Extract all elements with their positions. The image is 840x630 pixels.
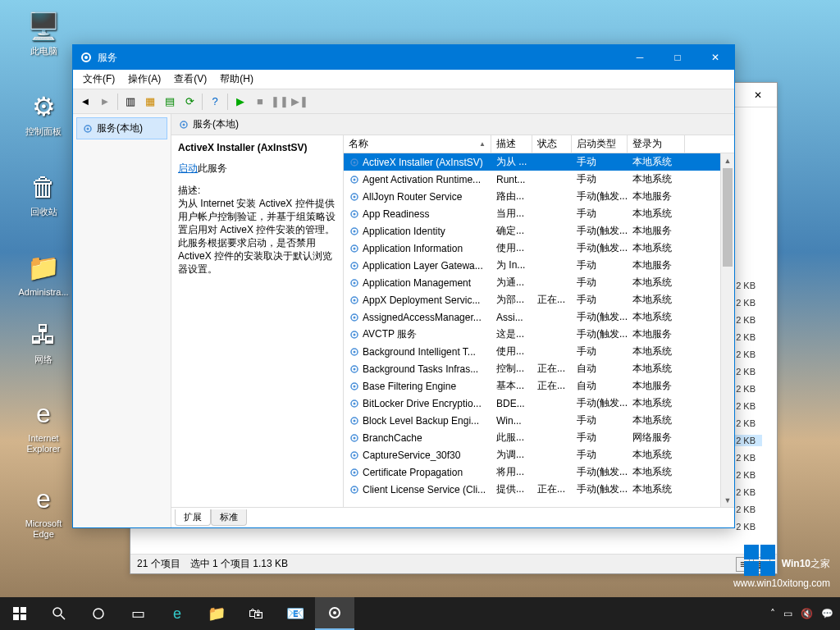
close-button[interactable]: ✕ [696, 45, 734, 70]
svg-point-43 [354, 471, 356, 473]
tray-network-icon[interactable]: ▭ [783, 608, 792, 619]
taskbar-settings[interactable] [315, 597, 354, 630]
service-row[interactable]: AllJoyn Router Service路由...手动(触发...本地服务 [344, 188, 734, 205]
service-row[interactable]: BitLocker Drive Encryptio...BDE...手动(触发.… [344, 395, 734, 412]
service-desc: 此服... [491, 429, 532, 446]
service-name: CaptureService_30f30 [363, 450, 460, 461]
service-row[interactable]: Application Identity确定...手动(触发...本地服务 [344, 222, 734, 240]
scroll-up-button[interactable]: ▲ [721, 153, 734, 167]
svg-point-41 [354, 454, 356, 456]
service-row[interactable]: AVCTP 服务这是...手动(触发...本地服务 [344, 326, 734, 343]
taskbar-explorer[interactable]: 📁 [197, 597, 236, 630]
view-tab[interactable]: 标准 [211, 509, 247, 526]
start-service-button[interactable]: ▶ [231, 93, 249, 111]
service-name: App Readiness [363, 208, 429, 220]
service-desc: BDE... [491, 396, 532, 411]
minimize-button[interactable]: ─ [621, 45, 659, 70]
service-name: AssignedAccessManager... [363, 312, 482, 323]
desktop-icon[interactable]: 📁Administra... [15, 251, 72, 298]
view-tab[interactable]: 扩展 [175, 509, 211, 526]
service-row[interactable]: AssignedAccessManager...Assi...手动(触发...本… [344, 308, 734, 326]
service-state: 正在... [532, 360, 572, 377]
menu-item[interactable]: 帮助(H) [213, 70, 260, 89]
svg-point-52 [94, 609, 103, 619]
service-name: Application Management [363, 277, 471, 289]
back-button[interactable]: ◄ [76, 93, 94, 111]
cortana-button[interactable] [79, 597, 118, 630]
service-row[interactable]: Certificate Propagation将用...手动(触发...本地系统 [344, 463, 734, 481]
service-row[interactable]: AppX Deployment Servic...为部...正在...手动本地系… [344, 291, 734, 308]
svg-point-29 [354, 350, 356, 353]
service-state [532, 212, 572, 216]
forward-button[interactable]: ► [96, 93, 114, 111]
service-row[interactable]: Block Level Backup Engi...Win...手动本地系统 [344, 412, 734, 429]
gear-icon [178, 119, 189, 130]
service-start: 手动 [572, 171, 628, 188]
service-row[interactable]: BranchCache此服...手动网络服务 [344, 429, 734, 446]
desktop-icon[interactable]: eInternet Explorer [15, 397, 72, 454]
service-state [532, 436, 572, 440]
restart-service-button[interactable]: ▶❚ [290, 93, 308, 111]
export-button[interactable]: ▤ [161, 93, 179, 111]
desktop-icon[interactable]: ⚙控制面板 [15, 90, 72, 137]
taskbar-edge[interactable]: e [158, 597, 197, 630]
service-row[interactable]: CaptureService_30f30为调...手动本地系统 [344, 446, 734, 463]
service-login: 本地系统 [628, 240, 685, 257]
desktop-icon[interactable]: 🖧网络 [15, 318, 72, 365]
show-hide-tree-button[interactable]: ▥ [121, 93, 139, 111]
service-row[interactable]: Application Information使用...手动(触发...本地系统 [344, 240, 734, 257]
column-header[interactable]: 状态 [532, 135, 572, 153]
help-button[interactable]: ? [206, 93, 224, 111]
window-title: 服务 [98, 51, 621, 65]
list-body[interactable]: ActiveX Installer (AxInstSV)为从 ...手动本地系统… [344, 153, 734, 507]
tray-notifications-icon[interactable]: 💬 [821, 608, 833, 619]
system-tray[interactable]: ˄ ▭ 🔇 💬 [764, 608, 840, 619]
start-service-link[interactable]: 启动 [178, 162, 198, 174]
menu-item[interactable]: 查看(V) [167, 70, 213, 89]
service-login: 本地服务 [628, 188, 685, 205]
service-row[interactable]: ActiveX Installer (AxInstSV)为从 ...手动本地系统 [344, 153, 734, 171]
service-row[interactable]: Application Layer Gatewa...为 In...手动本地服务 [344, 257, 734, 274]
tree-node-services-local[interactable]: 服务(本地) [76, 117, 167, 139]
gear-icon [349, 312, 360, 323]
taskbar-store[interactable]: 🛍 [236, 597, 276, 630]
pause-service-button[interactable]: ❚❚ [271, 93, 289, 111]
desktop-icon[interactable]: 🗑回收站 [15, 171, 72, 217]
search-button[interactable] [39, 597, 79, 630]
menu-item[interactable]: 操作(A) [121, 70, 167, 89]
scroll-thumb[interactable] [723, 168, 733, 267]
service-row[interactable]: Application Management为通...手动本地系统 [344, 274, 734, 291]
tray-chevron-icon[interactable]: ˄ [770, 608, 775, 619]
desktop-icon[interactable]: eMicrosoft Edge [15, 482, 72, 540]
service-name: Client License Service (Cli... [363, 484, 486, 495]
service-row[interactable]: Agent Activation Runtime...Runt...手动本地系统 [344, 171, 734, 188]
column-header[interactable]: 启动类型 [572, 135, 628, 153]
desktop-icon[interactable]: 🖥️此电脑 [15, 10, 72, 57]
service-start: 手动(触发... [572, 481, 628, 498]
start-button[interactable] [0, 597, 39, 630]
column-header[interactable]: 名称 ▲ [344, 135, 491, 153]
column-header[interactable]: 描述 [491, 135, 532, 153]
refresh-button[interactable]: ⟳ [180, 93, 199, 111]
menu-item[interactable]: 文件(F) [76, 70, 121, 89]
service-desc: 这是... [491, 326, 532, 343]
titlebar[interactable]: 服务 ─ □ ✕ [73, 45, 734, 70]
service-row[interactable]: App Readiness当用...手动本地系统 [344, 205, 734, 222]
bg-close-button[interactable]: ✕ [739, 83, 777, 107]
taskbar-mail[interactable]: 📧 [276, 597, 315, 630]
service-row[interactable]: Background Tasks Infras...控制...正在...自动本地… [344, 360, 734, 377]
stop-service-button[interactable]: ■ [251, 93, 269, 111]
tray-volume-icon[interactable]: 🔇 [801, 608, 813, 619]
maximize-button[interactable]: □ [659, 45, 696, 70]
vertical-scrollbar[interactable]: ▲ ▼ [720, 153, 734, 507]
service-desc: Assi... [491, 310, 532, 325]
properties-button[interactable]: ▦ [141, 93, 159, 111]
column-header[interactable]: 登录为 [628, 135, 685, 153]
scroll-down-button[interactable]: ▼ [721, 493, 734, 507]
service-row[interactable]: Base Filtering Engine基本...正在...自动本地服务 [344, 377, 734, 395]
bg-status-selection: 选中 1 个项目 1.13 KB [190, 557, 288, 571]
service-row[interactable]: Background Intelligent T...使用...手动本地系统 [344, 343, 734, 360]
service-row[interactable]: Client License Service (Cli...提供...正在...… [344, 481, 734, 498]
taskview-button[interactable]: ▭ [118, 597, 158, 630]
desktop-icon-glyph: ⚙ [27, 90, 60, 123]
